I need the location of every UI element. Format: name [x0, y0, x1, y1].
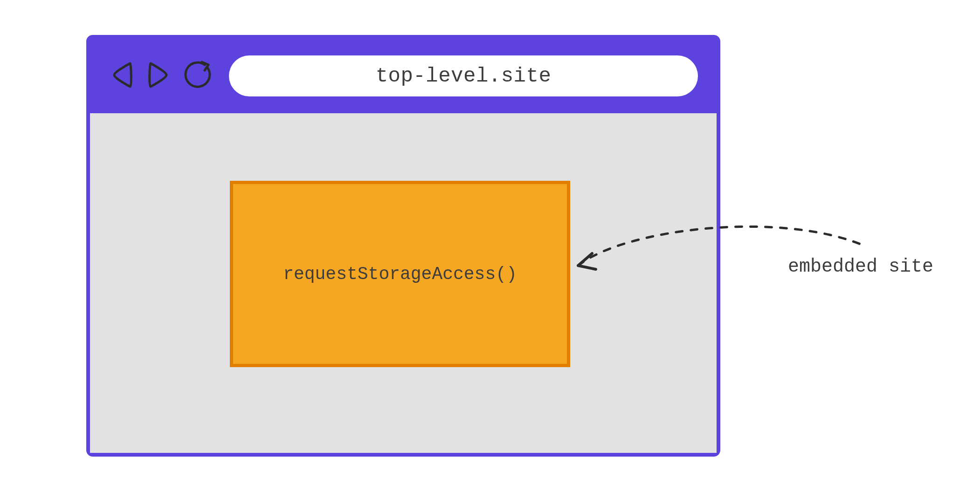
embedded-iframe: requestStorageAccess()	[230, 181, 570, 367]
nav-icon-group	[109, 58, 215, 94]
embedded-iframe-code: requestStorageAccess()	[283, 264, 517, 284]
annotation-label: embedded site	[788, 256, 933, 277]
diagram-canvas: top-level.site requestStorageAccess() em…	[0, 0, 980, 492]
address-bar[interactable]: top-level.site	[229, 55, 698, 96]
browser-window: top-level.site requestStorageAccess()	[86, 35, 720, 457]
address-bar-text: top-level.site	[376, 64, 552, 88]
forward-icon[interactable]	[145, 59, 172, 94]
back-icon[interactable]	[109, 59, 136, 94]
browser-toolbar: top-level.site	[90, 39, 717, 113]
reload-icon[interactable]	[181, 58, 215, 94]
browser-viewport: requestStorageAccess()	[90, 113, 717, 453]
